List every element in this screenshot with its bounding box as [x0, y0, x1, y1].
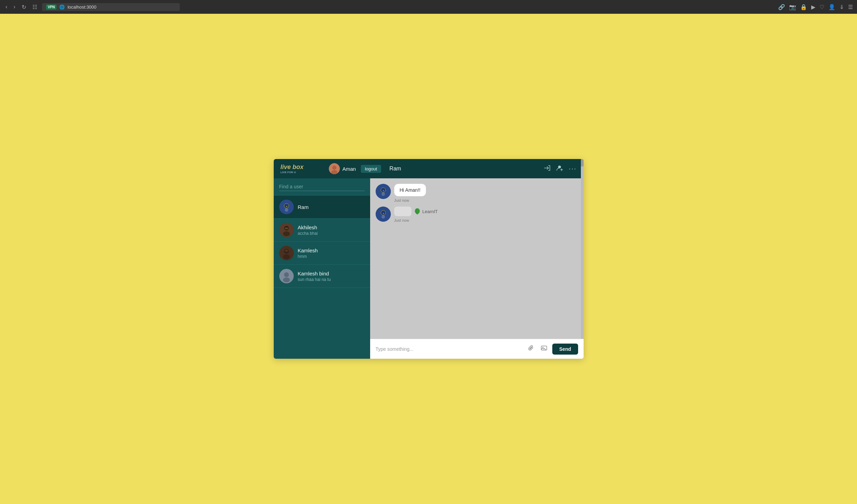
avatar: ★	[279, 200, 294, 214]
list-item[interactable]: Kamlesh hmm	[274, 242, 370, 265]
contact-name: Ram	[298, 204, 365, 210]
contact-name: Kamlesh bind	[298, 271, 365, 276]
image-button[interactable]	[539, 343, 549, 355]
attach-button[interactable]	[526, 343, 536, 355]
app-window: live box LIVE FOR U Aman logout Ram	[274, 159, 584, 359]
svg-point-30	[382, 215, 385, 219]
svg-rect-33	[541, 346, 547, 350]
sidebar: ★ Ram	[274, 178, 370, 359]
share-icon[interactable]: 🔗	[778, 4, 785, 10]
list-item[interactable]: Akhilesh accha bhai	[274, 219, 370, 242]
globe-icon: 🌐	[59, 4, 65, 10]
message-content: LearnIT Just now	[394, 207, 438, 222]
contact-name: Kamlesh	[298, 248, 365, 253]
contact-preview: accha bhai	[298, 231, 365, 236]
avatar	[279, 269, 294, 283]
contact-info: Kamlesh bind sun rhaa hai na tu	[298, 271, 365, 282]
input-area: Send	[370, 339, 584, 359]
browser-actions: 🔗 📷 🔒 ▶ ♡ 👤 ⇓ ☰	[778, 4, 853, 10]
menu-icon[interactable]: ☰	[848, 4, 853, 10]
message-time: Just now	[394, 198, 426, 202]
app-header: live box LIVE FOR U Aman logout Ram	[274, 159, 584, 178]
avatar	[279, 246, 294, 260]
message-content: Hi Aman!! Just now	[394, 184, 426, 202]
current-user-avatar	[329, 163, 340, 174]
svg-point-2	[331, 170, 337, 174]
camera-icon[interactable]: 📷	[789, 4, 796, 10]
vpn-badge: VPN	[46, 4, 57, 10]
back-button[interactable]: ‹	[4, 2, 9, 11]
message-bubble: Hi Aman!!	[394, 184, 426, 196]
sticker-icon	[414, 208, 421, 215]
message-sender-avatar: ★	[376, 184, 391, 199]
table-row: ★	[376, 207, 578, 222]
reload-button[interactable]: ↻	[20, 2, 28, 12]
user-icon[interactable]: 👤	[828, 4, 835, 10]
chat-partner-name: Ram	[389, 166, 401, 172]
message-sender-avatar: ★	[376, 207, 391, 222]
contact-preview: sun rhaa hai na tu	[298, 277, 365, 282]
browser-toolbar: ‹ › ↻ ☷ VPN 🌐 localhost:3000 🔗 📷 🔒 ▶ ♡ 👤…	[0, 0, 857, 14]
search-container	[274, 178, 370, 196]
message-time: Just now	[394, 218, 438, 222]
list-item[interactable]: Kamlesh bind sun rhaa hai na tu	[274, 265, 370, 288]
header-user: Aman logout	[329, 163, 382, 174]
message-input[interactable]	[376, 346, 523, 352]
url-bar[interactable]: VPN 🌐 localhost:3000	[42, 3, 180, 11]
sticker-area: LearnIT	[394, 207, 438, 216]
play-icon[interactable]: ▶	[811, 4, 815, 10]
app-wrapper: live box LIVE FOR U Aman logout Ram	[0, 14, 857, 504]
list-item[interactable]: ★ Ram	[274, 196, 370, 219]
table-row: ★ Hi Aman!! Just now	[376, 184, 578, 202]
svg-point-21	[284, 272, 289, 277]
contact-name: Akhilesh	[298, 224, 365, 230]
contact-list: ★ Ram	[274, 196, 370, 359]
logout-icon[interactable]	[544, 165, 551, 173]
contact-info: Ram	[298, 204, 365, 210]
svg-point-11	[283, 231, 290, 236]
svg-point-34	[543, 347, 544, 348]
heart-icon[interactable]: ♡	[819, 4, 824, 10]
app-logo: live box LIVE FOR U	[281, 164, 329, 174]
svg-point-22	[283, 277, 290, 282]
contact-info: Akhilesh accha bhai	[298, 224, 365, 236]
sticker-image	[394, 207, 411, 216]
shield-icon[interactable]: 🔒	[800, 4, 807, 10]
svg-text:★: ★	[382, 212, 384, 214]
search-input[interactable]	[279, 182, 365, 191]
messages-container: ★ Hi Aman!! Just now	[370, 178, 584, 339]
forward-button[interactable]: ›	[12, 2, 17, 11]
contact-preview: hmm	[298, 254, 365, 259]
chat-area: ★ Hi Aman!! Just now	[370, 178, 584, 359]
app-body: ★ Ram	[274, 178, 584, 359]
grid-button[interactable]: ☷	[31, 2, 39, 12]
svg-point-1	[332, 166, 336, 170]
more-options-icon[interactable]: ···	[569, 165, 577, 173]
header-actions: ···	[544, 165, 577, 173]
sticker-label: LearnIT	[422, 209, 438, 214]
contact-info: Kamlesh hmm	[298, 248, 365, 259]
send-button[interactable]: Send	[552, 344, 578, 355]
avatar	[279, 223, 294, 237]
url-text: localhost:3000	[67, 4, 96, 10]
download-icon[interactable]: ⇓	[839, 4, 844, 10]
logout-button[interactable]: logout	[361, 165, 381, 173]
add-user-icon[interactable]	[556, 165, 563, 173]
svg-text:★: ★	[382, 190, 384, 192]
svg-point-6	[285, 208, 288, 212]
svg-point-25	[382, 192, 385, 196]
current-username: Aman	[343, 166, 356, 172]
svg-point-15	[283, 254, 290, 259]
svg-point-16	[285, 250, 288, 252]
svg-text:★: ★	[285, 206, 287, 208]
